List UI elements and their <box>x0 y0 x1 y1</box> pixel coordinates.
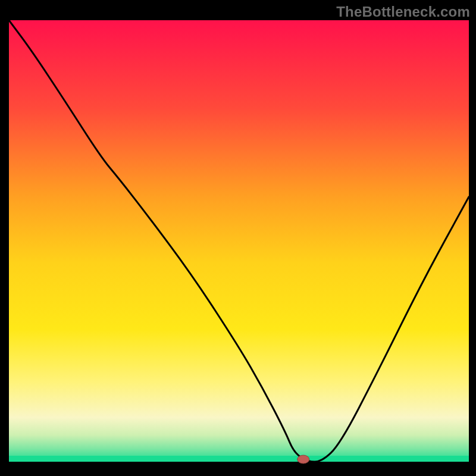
bottleneck-chart <box>0 0 476 476</box>
chart-frame: TheBottleneck.com <box>0 0 476 476</box>
watermark-text: TheBottleneck.com <box>336 4 470 20</box>
green-band <box>9 456 469 462</box>
chart-background-gradient <box>9 20 469 462</box>
optimal-point-marker <box>298 455 309 464</box>
